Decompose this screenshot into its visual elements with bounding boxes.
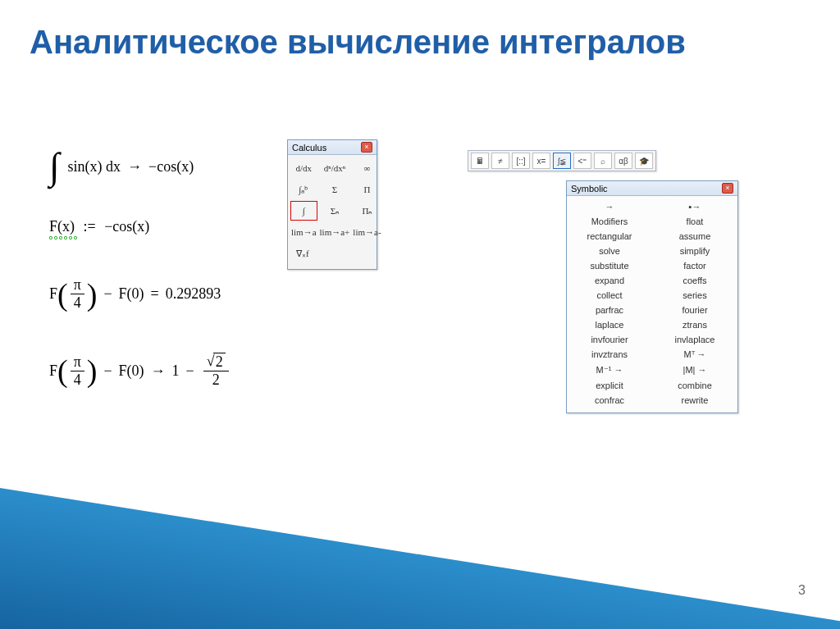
page-number: 3 <box>798 583 806 598</box>
decorative-band <box>0 481 840 629</box>
toolbar-strip-button[interactable]: αβ <box>614 153 632 169</box>
symbolic-keyword[interactable]: Mᵀ → <box>652 347 737 362</box>
paren-left-icon: ( <box>57 279 68 310</box>
toolbar-strip-button[interactable]: <⁼ <box>573 153 591 169</box>
symbolic-keyword[interactable]: |M| → <box>652 362 737 378</box>
calculus-button[interactable]: ∫ <box>290 201 317 221</box>
toolbar-strip-button[interactable]: 🖩 <box>471 153 489 169</box>
math-toolbar-strip[interactable]: 🖩≠[::]x=∫≨<⁼⌕αβ🎓 <box>468 150 656 171</box>
calculus-button[interactable]: lim→a <box>290 222 317 242</box>
symbolic-keyword[interactable]: Modifiers <box>567 214 652 229</box>
calculus-button[interactable]: Πₙ <box>352 201 381 221</box>
symbolic-keyword[interactable]: collect <box>567 288 652 303</box>
fraction-pi-4: π 4 <box>71 353 84 389</box>
symbolic-F: F <box>49 362 57 380</box>
minus-icon: − <box>103 362 112 380</box>
symbolic-keyword[interactable]: invfourier <box>567 332 652 347</box>
integral-sign-icon: ∫ <box>49 148 60 185</box>
assign-operator: := <box>84 218 96 235</box>
math-area: ∫ sin(x) dx → −cos(x) F(x) := −cos(x) F … <box>49 148 231 395</box>
symbolic-keyword[interactable]: assume <box>652 229 737 244</box>
symbolic-keyword[interactable]: M⁻¹ → <box>567 362 652 378</box>
symbolic-keyword[interactable]: confrac <box>567 393 652 408</box>
calculus-gradient-button[interactable]: ∇ₓf <box>290 244 382 263</box>
symbolic-keyword[interactable]: simplify <box>652 244 737 258</box>
toolbar-strip-button[interactable]: x= <box>532 153 550 169</box>
symbolic-keyword[interactable]: fourier <box>652 303 737 317</box>
symbolic-keyword[interactable]: invztrans <box>567 347 652 362</box>
toolbar-strip-button[interactable]: ∫≨ <box>553 153 571 169</box>
close-icon[interactable]: × <box>722 183 733 194</box>
symbolic-keyword[interactable]: rectangular <box>567 229 652 244</box>
symbolic-one: 1 <box>172 362 180 380</box>
calculus-button[interactable]: ∞ <box>352 158 381 178</box>
calculus-button[interactable]: lim→a- <box>352 222 381 242</box>
spellcheck-wavy-icon <box>49 236 77 240</box>
paren-left-icon: ( <box>57 355 68 386</box>
page-title: Аналитическое вычисление интегралов <box>30 23 686 61</box>
arrow-icon: → <box>127 158 142 175</box>
toolbar-strip-button[interactable]: 🎓 <box>635 153 653 169</box>
symbolic-keyword[interactable]: ztrans <box>652 317 737 332</box>
symbolic-keyword[interactable]: rewrite <box>652 393 737 408</box>
symbolic-F0: F(0) <box>119 362 144 380</box>
close-icon[interactable]: × <box>361 142 372 153</box>
fraction-sqrt2-2: 2 2 <box>203 353 229 389</box>
calculus-title-label: Calculus <box>292 143 326 153</box>
assignment-expression: F(x) := −cos(x) <box>49 218 231 235</box>
calculus-button[interactable]: dⁿ/dxⁿ <box>319 158 351 178</box>
equals-icon: = <box>151 285 159 303</box>
calculus-button[interactable]: Σₙ <box>319 201 351 221</box>
arrow-icon: → <box>151 362 166 380</box>
numeric-value: 0.292893 <box>166 285 221 303</box>
integral-expression: ∫ sin(x) dx → −cos(x) <box>49 148 231 185</box>
symbolic-keyword[interactable]: float <box>652 214 737 229</box>
calculus-toolbar-title[interactable]: Calculus × <box>288 140 377 155</box>
symbolic-toolbar[interactable]: Symbolic × →▪→Modifiersfloatrectangulara… <box>566 180 738 413</box>
symbolic-title-label: Symbolic <box>571 184 608 194</box>
symbolic-keyword[interactable]: → <box>567 199 652 214</box>
numeric-F: F <box>49 285 57 303</box>
numeric-F0: F(0) <box>119 285 144 303</box>
paren-right-icon: ) <box>87 355 98 386</box>
calculus-button[interactable]: Σ <box>319 180 351 199</box>
sqrt-icon: 2 <box>207 353 226 371</box>
symbolic-keyword[interactable]: parfrac <box>567 303 652 317</box>
calculus-button[interactable]: lim→a+ <box>319 222 351 242</box>
symbolic-keyword[interactable]: expand <box>567 273 652 288</box>
numeric-eval: F ( π 4 ) − F(0) = 0.292893 <box>49 276 231 312</box>
symbolic-keyword[interactable]: laplace <box>567 317 652 332</box>
symbolic-toolbar-title[interactable]: Symbolic × <box>567 181 737 196</box>
calculus-button[interactable]: ∫ₐᵇ <box>290 180 317 199</box>
symbolic-keyword[interactable]: explicit <box>567 378 652 393</box>
assign-lhs: F(x) <box>49 218 79 235</box>
toolbar-strip-button[interactable]: [::] <box>512 153 530 169</box>
integrand: sin(x) dx <box>68 158 121 175</box>
symbolic-keyword[interactable]: series <box>652 288 737 303</box>
symbolic-keyword[interactable]: solve <box>567 244 652 258</box>
symbolic-keyword[interactable]: ▪→ <box>652 199 737 214</box>
symbolic-keyword[interactable]: factor <box>652 258 737 273</box>
assign-rhs: −cos(x) <box>104 218 149 235</box>
symbolic-keyword[interactable]: combine <box>652 378 737 393</box>
symbolic-keyword[interactable]: invlaplace <box>652 332 737 347</box>
toolbar-strip-button[interactable]: ⌕ <box>594 153 612 169</box>
integral-result: −cos(x) <box>148 158 194 175</box>
symbolic-eval: F ( π 4 ) − F(0) → 1 − 2 2 <box>49 353 231 389</box>
fraction-pi-4: π 4 <box>71 276 84 312</box>
minus-icon: − <box>186 362 194 380</box>
symbolic-keyword[interactable]: substitute <box>567 258 652 273</box>
calculus-button[interactable]: d/dx <box>290 158 317 178</box>
calculus-toolbar[interactable]: Calculus × d/dxdⁿ/dxⁿ∞∫ₐᵇΣΠ∫ΣₙΠₙlim→alim… <box>287 139 377 270</box>
calculus-button[interactable]: Π <box>352 180 381 199</box>
toolbar-strip-button[interactable]: ≠ <box>491 153 509 169</box>
minus-icon: − <box>103 285 112 303</box>
paren-right-icon: ) <box>87 279 98 310</box>
symbolic-keyword[interactable]: coeffs <box>652 273 737 288</box>
